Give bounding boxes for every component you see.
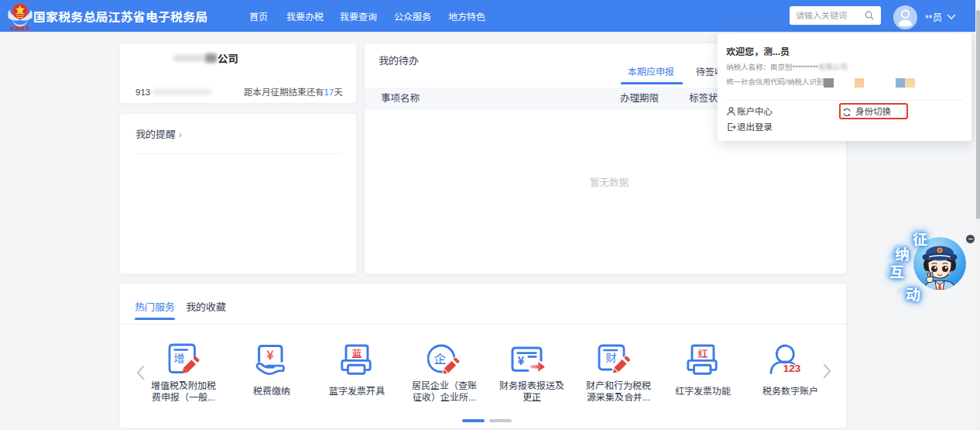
svg-text:中国税务: 中国税务 bbox=[9, 26, 30, 32]
svg-text:企: 企 bbox=[433, 349, 446, 367]
svg-text:增: 增 bbox=[174, 350, 185, 366]
svg-text:蓝: 蓝 bbox=[351, 346, 362, 360]
svg-text:¥: ¥ bbox=[266, 345, 274, 363]
svg-text:红: 红 bbox=[697, 346, 708, 360]
svg-text:¥: ¥ bbox=[518, 352, 525, 368]
svg-text:财: 财 bbox=[606, 349, 617, 365]
svg-text:123: 123 bbox=[783, 363, 801, 374]
